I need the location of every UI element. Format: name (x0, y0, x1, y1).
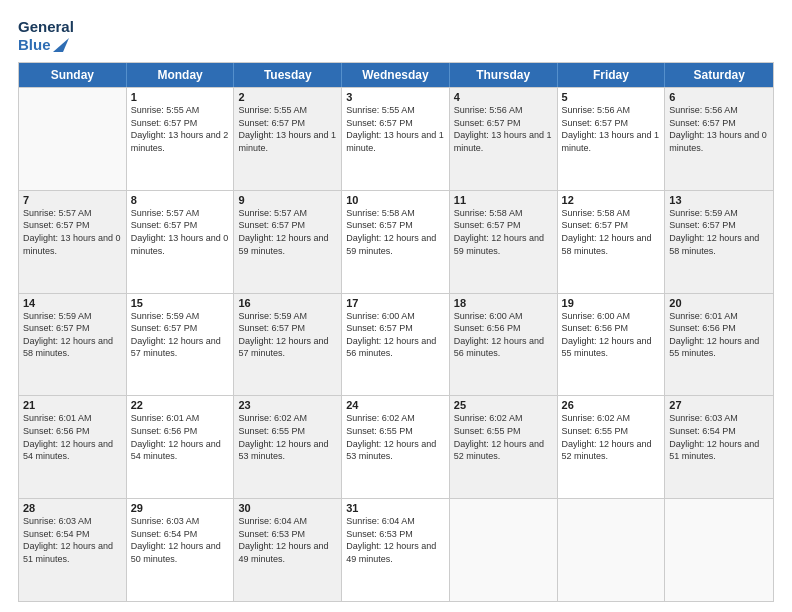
day-header-wednesday: Wednesday (342, 63, 450, 87)
cal-cell (450, 499, 558, 601)
cell-info: Sunrise: 5:58 AM Sunset: 6:57 PM Dayligh… (454, 207, 553, 257)
cal-cell (19, 88, 127, 190)
cal-cell: 25Sunrise: 6:02 AM Sunset: 6:55 PM Dayli… (450, 396, 558, 498)
cal-cell: 24Sunrise: 6:02 AM Sunset: 6:55 PM Dayli… (342, 396, 450, 498)
cal-cell: 14Sunrise: 5:59 AM Sunset: 6:57 PM Dayli… (19, 294, 127, 396)
cell-date-23: 23 (238, 399, 337, 411)
cell-date-3: 3 (346, 91, 445, 103)
cell-info: Sunrise: 5:55 AM Sunset: 6:57 PM Dayligh… (238, 104, 337, 154)
cell-info: Sunrise: 5:58 AM Sunset: 6:57 PM Dayligh… (346, 207, 445, 257)
cell-info: Sunrise: 5:57 AM Sunset: 6:57 PM Dayligh… (238, 207, 337, 257)
cell-date-25: 25 (454, 399, 553, 411)
cal-cell: 15Sunrise: 5:59 AM Sunset: 6:57 PM Dayli… (127, 294, 235, 396)
day-header-saturday: Saturday (665, 63, 773, 87)
cell-info: Sunrise: 5:59 AM Sunset: 6:57 PM Dayligh… (23, 310, 122, 360)
cal-cell: 5Sunrise: 5:56 AM Sunset: 6:57 PM Daylig… (558, 88, 666, 190)
cell-date-17: 17 (346, 297, 445, 309)
cell-info: Sunrise: 5:59 AM Sunset: 6:57 PM Dayligh… (238, 310, 337, 360)
cell-info: Sunrise: 5:57 AM Sunset: 6:57 PM Dayligh… (131, 207, 230, 257)
calendar-header: SundayMondayTuesdayWednesdayThursdayFrid… (19, 63, 773, 87)
day-header-thursday: Thursday (450, 63, 558, 87)
cell-date-6: 6 (669, 91, 769, 103)
cal-cell (665, 499, 773, 601)
cal-cell: 12Sunrise: 5:58 AM Sunset: 6:57 PM Dayli… (558, 191, 666, 293)
cell-date-27: 27 (669, 399, 769, 411)
cal-cell: 23Sunrise: 6:02 AM Sunset: 6:55 PM Dayli… (234, 396, 342, 498)
cal-cell: 16Sunrise: 5:59 AM Sunset: 6:57 PM Dayli… (234, 294, 342, 396)
cell-info: Sunrise: 5:59 AM Sunset: 6:57 PM Dayligh… (131, 310, 230, 360)
cell-info: Sunrise: 5:59 AM Sunset: 6:57 PM Dayligh… (669, 207, 769, 257)
cell-date-2: 2 (238, 91, 337, 103)
cell-info: Sunrise: 5:55 AM Sunset: 6:57 PM Dayligh… (131, 104, 230, 154)
cell-date-16: 16 (238, 297, 337, 309)
cell-date-15: 15 (131, 297, 230, 309)
page: GeneralBlue SundayMondayTuesdayWednesday… (0, 0, 792, 612)
cal-cell: 30Sunrise: 6:04 AM Sunset: 6:53 PM Dayli… (234, 499, 342, 601)
logo-blue: Blue (18, 36, 69, 54)
cal-cell: 20Sunrise: 6:01 AM Sunset: 6:56 PM Dayli… (665, 294, 773, 396)
day-header-tuesday: Tuesday (234, 63, 342, 87)
cell-info: Sunrise: 6:02 AM Sunset: 6:55 PM Dayligh… (562, 412, 661, 462)
cell-date-21: 21 (23, 399, 122, 411)
cell-info: Sunrise: 6:01 AM Sunset: 6:56 PM Dayligh… (23, 412, 122, 462)
cell-info: Sunrise: 6:00 AM Sunset: 6:57 PM Dayligh… (346, 310, 445, 360)
cell-info: Sunrise: 6:03 AM Sunset: 6:54 PM Dayligh… (131, 515, 230, 565)
cell-info: Sunrise: 6:01 AM Sunset: 6:56 PM Dayligh… (669, 310, 769, 360)
header: GeneralBlue (18, 18, 774, 54)
cell-info: Sunrise: 6:02 AM Sunset: 6:55 PM Dayligh… (238, 412, 337, 462)
cell-date-11: 11 (454, 194, 553, 206)
cal-cell: 11Sunrise: 5:58 AM Sunset: 6:57 PM Dayli… (450, 191, 558, 293)
cell-date-24: 24 (346, 399, 445, 411)
cell-info: Sunrise: 6:04 AM Sunset: 6:53 PM Dayligh… (346, 515, 445, 565)
cal-cell: 28Sunrise: 6:03 AM Sunset: 6:54 PM Dayli… (19, 499, 127, 601)
cal-cell: 4Sunrise: 5:56 AM Sunset: 6:57 PM Daylig… (450, 88, 558, 190)
cal-cell: 10Sunrise: 5:58 AM Sunset: 6:57 PM Dayli… (342, 191, 450, 293)
cell-info: Sunrise: 5:56 AM Sunset: 6:57 PM Dayligh… (562, 104, 661, 154)
cell-date-28: 28 (23, 502, 122, 514)
cell-date-30: 30 (238, 502, 337, 514)
cal-cell: 2Sunrise: 5:55 AM Sunset: 6:57 PM Daylig… (234, 88, 342, 190)
cell-info: Sunrise: 6:03 AM Sunset: 6:54 PM Dayligh… (669, 412, 769, 462)
cell-date-18: 18 (454, 297, 553, 309)
svg-marker-0 (53, 38, 69, 52)
cal-cell: 9Sunrise: 5:57 AM Sunset: 6:57 PM Daylig… (234, 191, 342, 293)
cal-cell: 31Sunrise: 6:04 AM Sunset: 6:53 PM Dayli… (342, 499, 450, 601)
cell-date-4: 4 (454, 91, 553, 103)
cell-info: Sunrise: 5:56 AM Sunset: 6:57 PM Dayligh… (454, 104, 553, 154)
cell-info: Sunrise: 5:56 AM Sunset: 6:57 PM Dayligh… (669, 104, 769, 154)
logo-general: General (18, 18, 74, 36)
cell-date-29: 29 (131, 502, 230, 514)
cell-info: Sunrise: 6:02 AM Sunset: 6:55 PM Dayligh… (454, 412, 553, 462)
week-row-2: 7Sunrise: 5:57 AM Sunset: 6:57 PM Daylig… (19, 190, 773, 293)
week-row-1: 1Sunrise: 5:55 AM Sunset: 6:57 PM Daylig… (19, 87, 773, 190)
week-row-5: 28Sunrise: 6:03 AM Sunset: 6:54 PM Dayli… (19, 498, 773, 601)
cal-cell: 8Sunrise: 5:57 AM Sunset: 6:57 PM Daylig… (127, 191, 235, 293)
cal-cell: 18Sunrise: 6:00 AM Sunset: 6:56 PM Dayli… (450, 294, 558, 396)
logo: GeneralBlue (18, 18, 74, 54)
cell-date-22: 22 (131, 399, 230, 411)
cell-date-7: 7 (23, 194, 122, 206)
cal-cell: 27Sunrise: 6:03 AM Sunset: 6:54 PM Dayli… (665, 396, 773, 498)
cell-info: Sunrise: 6:01 AM Sunset: 6:56 PM Dayligh… (131, 412, 230, 462)
cal-cell: 17Sunrise: 6:00 AM Sunset: 6:57 PM Dayli… (342, 294, 450, 396)
week-row-4: 21Sunrise: 6:01 AM Sunset: 6:56 PM Dayli… (19, 395, 773, 498)
cell-date-14: 14 (23, 297, 122, 309)
cal-cell: 19Sunrise: 6:00 AM Sunset: 6:56 PM Dayli… (558, 294, 666, 396)
cell-info: Sunrise: 5:55 AM Sunset: 6:57 PM Dayligh… (346, 104, 445, 154)
cal-cell: 13Sunrise: 5:59 AM Sunset: 6:57 PM Dayli… (665, 191, 773, 293)
cell-date-19: 19 (562, 297, 661, 309)
cal-cell: 6Sunrise: 5:56 AM Sunset: 6:57 PM Daylig… (665, 88, 773, 190)
day-header-monday: Monday (127, 63, 235, 87)
cell-date-20: 20 (669, 297, 769, 309)
cell-info: Sunrise: 5:58 AM Sunset: 6:57 PM Dayligh… (562, 207, 661, 257)
cell-date-9: 9 (238, 194, 337, 206)
cell-date-12: 12 (562, 194, 661, 206)
cell-info: Sunrise: 6:00 AM Sunset: 6:56 PM Dayligh… (562, 310, 661, 360)
day-header-sunday: Sunday (19, 63, 127, 87)
logo-bird-icon (53, 38, 69, 52)
cell-date-1: 1 (131, 91, 230, 103)
cal-cell: 29Sunrise: 6:03 AM Sunset: 6:54 PM Dayli… (127, 499, 235, 601)
cell-info: Sunrise: 6:02 AM Sunset: 6:55 PM Dayligh… (346, 412, 445, 462)
cell-date-5: 5 (562, 91, 661, 103)
cell-info: Sunrise: 5:57 AM Sunset: 6:57 PM Dayligh… (23, 207, 122, 257)
